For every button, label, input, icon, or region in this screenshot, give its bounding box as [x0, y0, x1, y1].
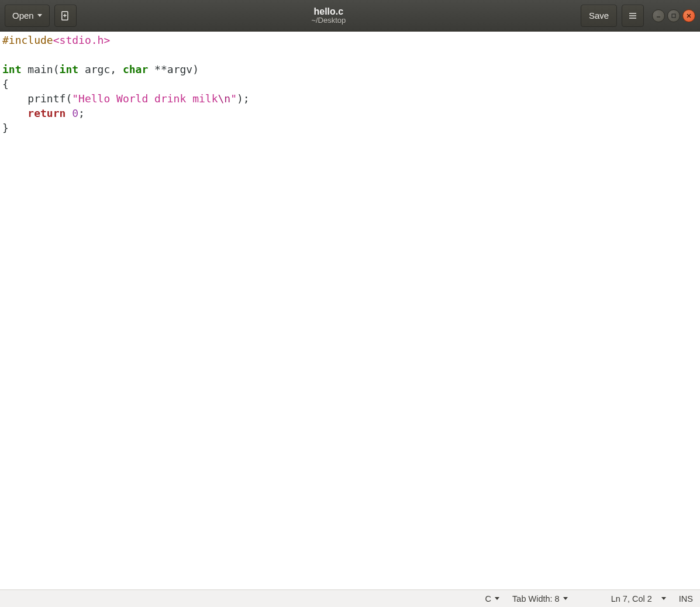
code-token: **argv) [148, 63, 199, 75]
svg-rect-1 [672, 14, 675, 18]
cursor-position-label: Ln 7, Col 2 [611, 594, 652, 603]
code-token: printf( [27, 92, 72, 105]
close-icon [686, 13, 692, 19]
window-minimize-button[interactable] [652, 9, 665, 22]
code-token: int [60, 63, 79, 75]
source-code[interactable]: #include<stdio.h> int main(int argc, cha… [0, 32, 700, 136]
code-token [65, 107, 72, 119]
code-token: } [2, 122, 9, 134]
language-label: C [485, 594, 491, 603]
code-token: ; [78, 107, 85, 119]
code-token: " [72, 92, 78, 105]
chevron-down-icon [37, 14, 42, 17]
editor-area[interactable]: #include<stdio.h> int main(int argc, cha… [0, 32, 700, 589]
hamburger-icon [628, 11, 637, 20]
code-token: " [230, 92, 237, 105]
tab-width-label: Tab Width: 8 [512, 594, 560, 603]
language-selector[interactable]: C [485, 594, 499, 603]
code-token: Hello World drink milk [78, 92, 218, 105]
code-token: \n [218, 92, 230, 105]
maximize-icon [671, 13, 677, 19]
code-token: int [2, 63, 22, 75]
chevron-down-icon [563, 597, 568, 600]
open-button[interactable]: Open [5, 5, 50, 27]
chevron-down-icon[interactable] [661, 597, 666, 600]
code-indent [2, 92, 27, 105]
insert-mode[interactable]: INS [679, 594, 693, 603]
code-token: char [123, 63, 148, 75]
code-token: ); [237, 92, 250, 105]
title-area: hello.c ~/Desktop [81, 6, 576, 25]
save-button[interactable]: Save [581, 5, 617, 27]
document-title: hello.c [314, 6, 344, 17]
new-document-icon [60, 11, 71, 21]
code-token: argc, [78, 63, 123, 75]
window-maximize-button[interactable] [667, 9, 680, 22]
open-button-label: Open [12, 11, 34, 20]
code-token: main( [22, 63, 60, 75]
code-token: <stdio.h> [53, 34, 111, 46]
new-tab-button[interactable] [54, 5, 77, 27]
insert-mode-label: INS [679, 594, 693, 603]
code-token: 0 [72, 107, 78, 119]
minimize-icon [656, 13, 661, 19]
statusbar: C Tab Width: 8 Ln 7, Col 2 INS [0, 589, 700, 607]
code-indent [2, 107, 27, 119]
save-button-label: Save [589, 11, 609, 20]
chevron-down-icon [495, 597, 499, 600]
code-token: { [2, 78, 9, 90]
headerbar: Open hello.c ~/Desktop Save [0, 0, 700, 32]
code-token: #include [2, 34, 53, 46]
document-path: ~/Desktop [311, 16, 346, 25]
window-controls [652, 9, 695, 22]
code-token: return [27, 107, 65, 119]
cursor-position[interactable]: Ln 7, Col 2 [611, 594, 652, 603]
hamburger-menu-button[interactable] [622, 5, 644, 27]
window-close-button[interactable] [682, 9, 695, 22]
tab-width-selector[interactable]: Tab Width: 8 [512, 594, 568, 603]
